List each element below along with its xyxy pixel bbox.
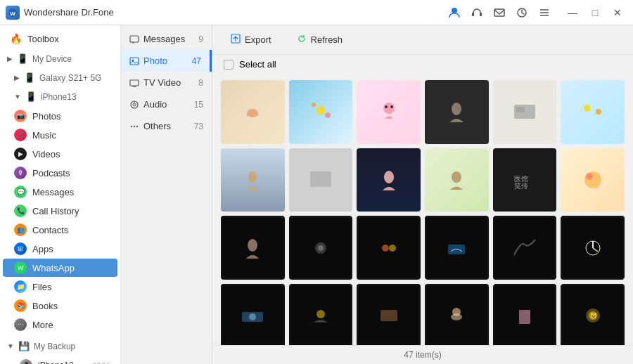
svg-point-35	[584, 105, 591, 112]
sidebar-item-books[interactable]: 📚 Books	[3, 297, 117, 315]
sidebar-item-whatsapp[interactable]: W WhatsApp	[3, 259, 117, 277]
svg-point-59	[452, 308, 461, 316]
export-button[interactable]: Export	[224, 31, 279, 48]
svg-rect-3	[472, 13, 474, 16]
sidebar-item-more[interactable]: ⋯ More	[3, 316, 117, 334]
expand-icon: ▶	[7, 55, 13, 63]
my-device-label: My Device	[32, 54, 72, 64]
photo-cell[interactable]	[221, 284, 285, 345]
sub-item-messages-count: 9	[198, 34, 203, 44]
photo-cell[interactable]	[561, 216, 625, 280]
others-sub-icon	[129, 122, 139, 131]
sub-item-tvvideo-count: 8	[198, 78, 203, 88]
files-label: Files	[32, 282, 51, 292]
contacts-icon: 👥	[14, 223, 27, 236]
svg-point-19	[134, 125, 135, 126]
photo-cell[interactable]	[561, 148, 625, 212]
sidebar-item-videos[interactable]: ▶ Videos	[3, 145, 117, 163]
sub-item-audio-label: Audio	[143, 99, 167, 110]
select-all-checkbox[interactable]	[224, 60, 234, 70]
photo-cell[interactable]	[289, 216, 353, 280]
svg-rect-38	[310, 171, 331, 187]
status-bar: 47 item(s)	[212, 345, 633, 364]
sidebar-item-backup-iphone13[interactable]: 📱 iPhone13 03/15	[3, 356, 117, 364]
sub-item-photo-count: 47	[192, 56, 201, 66]
photo-cell[interactable]	[289, 80, 353, 144]
photo-cell[interactable]	[357, 216, 421, 280]
sub-item-audio[interactable]: Audio 15	[121, 93, 212, 115]
svg-point-18	[131, 125, 132, 126]
mail-icon[interactable]	[492, 6, 506, 20]
photo-cell[interactable]	[221, 80, 285, 144]
photo-cell[interactable]: 医馆笑传	[493, 148, 557, 212]
svg-point-30	[385, 105, 388, 108]
sub-item-photo[interactable]: Photo 47	[121, 50, 212, 72]
photo-cell[interactable]	[425, 80, 489, 144]
photo-cell[interactable]	[561, 80, 625, 144]
headset-icon[interactable]	[470, 6, 484, 20]
sub-item-messages[interactable]: Messages 9	[121, 28, 212, 50]
photo-cell[interactable]	[425, 284, 489, 345]
sidebar-item-iphone13-header[interactable]: ▼ 📱 iPhone13	[0, 87, 120, 106]
sidebar-item-files[interactable]: 📁 Files	[3, 278, 117, 296]
sidebar-item-contacts[interactable]: 👥 Contacts	[3, 221, 117, 239]
photo-cell[interactable]	[357, 284, 421, 345]
toolbar: Export Refresh	[212, 25, 633, 55]
photo-cell[interactable]	[493, 80, 557, 144]
minimize-button[interactable]: —	[563, 3, 582, 22]
sidebar-item-apps[interactable]: ⊞ Apps	[3, 240, 117, 258]
podcasts-label: Podcasts	[32, 168, 70, 178]
close-button[interactable]: ✕	[608, 3, 627, 22]
music-label: Music	[32, 130, 56, 141]
photo-cell[interactable]	[425, 148, 489, 212]
svg-point-28	[325, 112, 331, 118]
sidebar-item-toolbox[interactable]: 🔥 Toolbox	[3, 29, 117, 48]
history-icon[interactable]	[515, 6, 529, 20]
toolbox-label: Toolbox	[27, 34, 59, 44]
iphone13-label: iPhone13	[41, 92, 77, 102]
photo-cell[interactable]	[493, 216, 557, 280]
sub-item-tvvideo[interactable]: TV Video 8	[121, 72, 212, 93]
photo-cell[interactable]	[493, 284, 557, 345]
photo-cell[interactable]	[289, 148, 353, 212]
sidebar-item-galaxy[interactable]: ▶ 📱 Galaxy S21+ 5G	[0, 68, 120, 87]
photo-cell[interactable]	[221, 216, 285, 280]
phone-icon: 📱	[25, 91, 37, 102]
sidebar-item-callhistory[interactable]: 📞 Call History	[3, 202, 117, 220]
user-icon[interactable]	[447, 6, 461, 20]
photo-cell[interactable]	[425, 216, 489, 280]
sub-item-tvvideo-left: TV Video	[129, 77, 181, 88]
svg-point-37	[248, 171, 257, 183]
svg-text:笑传: 笑传	[514, 182, 528, 190]
sub-item-others[interactable]: Others 73	[121, 115, 212, 137]
photo-cell[interactable]	[357, 80, 421, 144]
photos-label: Photos	[32, 111, 60, 122]
sidebar-item-photos[interactable]: 📷 Photos	[3, 107, 117, 125]
sidebar-item-my-device[interactable]: ▶ 📱 My Device	[0, 49, 120, 68]
phone-icon: 📱	[24, 72, 35, 83]
sidebar-item-podcasts[interactable]: 🎙 Podcasts	[3, 164, 117, 182]
select-all-row: Select all	[212, 55, 633, 74]
svg-point-2	[452, 8, 457, 13]
backup-icon: 💾	[18, 341, 30, 351]
maximize-button[interactable]: □	[585, 3, 605, 22]
svg-rect-11	[130, 58, 139, 65]
photo-cell[interactable]	[357, 148, 421, 212]
refresh-button[interactable]: Refresh	[290, 31, 350, 48]
refresh-icon	[297, 34, 307, 46]
photo-cell[interactable]: 😺	[561, 284, 625, 345]
audio-sub-icon	[129, 100, 139, 110]
sidebar-item-my-backup[interactable]: ▼ 💾 My Backup	[0, 337, 120, 356]
svg-point-29	[383, 103, 395, 114]
sidebar-item-music[interactable]: 🎵 Music	[3, 126, 117, 144]
photo-cell[interactable]	[289, 284, 353, 345]
svg-rect-10	[130, 36, 139, 42]
photo-cell[interactable]	[221, 148, 285, 212]
videos-label: Videos	[32, 149, 60, 160]
menu-icon[interactable]	[537, 6, 551, 20]
sub-item-others-left: Others	[129, 121, 171, 131]
photo-grid: 医馆笑传	[221, 80, 625, 345]
iphone-icon: 📱	[20, 359, 32, 364]
svg-point-48	[382, 245, 389, 252]
sidebar-item-messages[interactable]: 💬 Messages	[3, 183, 117, 201]
